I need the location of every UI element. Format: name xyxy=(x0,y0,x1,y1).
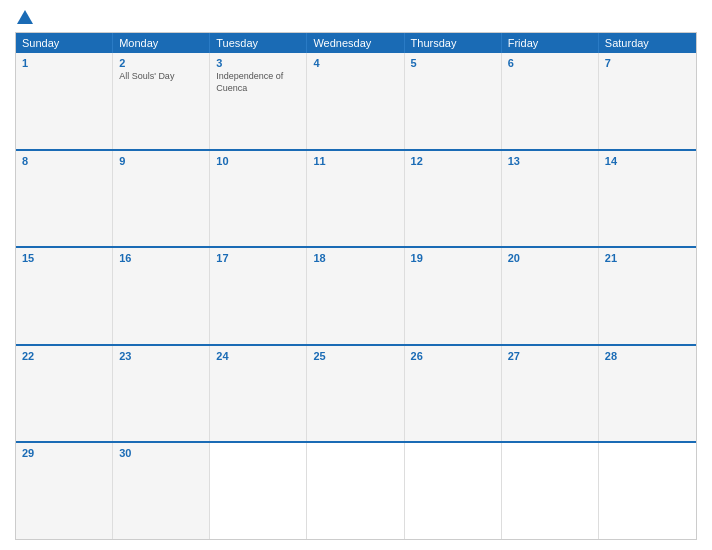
day-number: 16 xyxy=(119,252,203,264)
day-number: 2 xyxy=(119,57,203,69)
day-number: 29 xyxy=(22,447,106,459)
event-text: All Souls' Day xyxy=(119,71,203,83)
day-header-sunday: Sunday xyxy=(16,33,113,53)
day-cell xyxy=(307,443,404,539)
day-cell: 14 xyxy=(599,151,696,247)
day-header-thursday: Thursday xyxy=(405,33,502,53)
logo-triangle-icon xyxy=(17,10,33,24)
calendar-page: SundayMondayTuesdayWednesdayThursdayFrid… xyxy=(0,0,712,550)
day-cell: 22 xyxy=(16,346,113,442)
day-cell: 5 xyxy=(405,53,502,149)
day-cell: 21 xyxy=(599,248,696,344)
day-number: 24 xyxy=(216,350,300,362)
day-cell: 9 xyxy=(113,151,210,247)
day-number: 14 xyxy=(605,155,690,167)
day-number: 25 xyxy=(313,350,397,362)
day-cell: 12 xyxy=(405,151,502,247)
day-cell: 30 xyxy=(113,443,210,539)
day-number: 18 xyxy=(313,252,397,264)
day-cell: 16 xyxy=(113,248,210,344)
day-headers-row: SundayMondayTuesdayWednesdayThursdayFrid… xyxy=(16,33,696,53)
day-cell: 3Independence of Cuenca xyxy=(210,53,307,149)
week-row-5: 2930 xyxy=(16,441,696,539)
day-cell: 11 xyxy=(307,151,404,247)
day-number: 30 xyxy=(119,447,203,459)
day-number: 10 xyxy=(216,155,300,167)
day-number: 20 xyxy=(508,252,592,264)
weeks-container: 12All Souls' Day3Independence of Cuenca4… xyxy=(16,53,696,539)
day-cell: 23 xyxy=(113,346,210,442)
day-cell: 8 xyxy=(16,151,113,247)
day-number: 5 xyxy=(411,57,495,69)
day-number: 1 xyxy=(22,57,106,69)
day-cell: 7 xyxy=(599,53,696,149)
day-number: 27 xyxy=(508,350,592,362)
day-header-tuesday: Tuesday xyxy=(210,33,307,53)
week-row-3: 15161718192021 xyxy=(16,246,696,344)
day-number: 9 xyxy=(119,155,203,167)
calendar-grid: SundayMondayTuesdayWednesdayThursdayFrid… xyxy=(15,32,697,540)
day-cell: 4 xyxy=(307,53,404,149)
day-cell: 25 xyxy=(307,346,404,442)
day-number: 7 xyxy=(605,57,690,69)
day-cell: 1 xyxy=(16,53,113,149)
day-number: 6 xyxy=(508,57,592,69)
week-row-2: 891011121314 xyxy=(16,149,696,247)
day-number: 23 xyxy=(119,350,203,362)
day-header-saturday: Saturday xyxy=(599,33,696,53)
day-cell: 10 xyxy=(210,151,307,247)
day-cell: 2All Souls' Day xyxy=(113,53,210,149)
day-cell: 28 xyxy=(599,346,696,442)
day-number: 4 xyxy=(313,57,397,69)
day-cell xyxy=(599,443,696,539)
day-number: 8 xyxy=(22,155,106,167)
day-header-monday: Monday xyxy=(113,33,210,53)
day-cell: 29 xyxy=(16,443,113,539)
day-cell: 15 xyxy=(16,248,113,344)
day-cell: 6 xyxy=(502,53,599,149)
day-number: 22 xyxy=(22,350,106,362)
day-cell: 24 xyxy=(210,346,307,442)
day-cell: 26 xyxy=(405,346,502,442)
day-cell xyxy=(502,443,599,539)
day-header-wednesday: Wednesday xyxy=(307,33,404,53)
day-number: 12 xyxy=(411,155,495,167)
day-number: 26 xyxy=(411,350,495,362)
day-number: 19 xyxy=(411,252,495,264)
day-number: 3 xyxy=(216,57,300,69)
day-number: 13 xyxy=(508,155,592,167)
day-header-friday: Friday xyxy=(502,33,599,53)
day-cell xyxy=(210,443,307,539)
week-row-4: 22232425262728 xyxy=(16,344,696,442)
day-number: 28 xyxy=(605,350,690,362)
header xyxy=(15,10,697,24)
week-row-1: 12All Souls' Day3Independence of Cuenca4… xyxy=(16,53,696,149)
day-number: 21 xyxy=(605,252,690,264)
logo xyxy=(15,10,35,24)
day-number: 17 xyxy=(216,252,300,264)
day-cell: 17 xyxy=(210,248,307,344)
event-text: Independence of Cuenca xyxy=(216,71,300,94)
day-number: 15 xyxy=(22,252,106,264)
day-cell: 19 xyxy=(405,248,502,344)
day-cell: 18 xyxy=(307,248,404,344)
day-cell: 27 xyxy=(502,346,599,442)
day-cell: 13 xyxy=(502,151,599,247)
day-number: 11 xyxy=(313,155,397,167)
day-cell: 20 xyxy=(502,248,599,344)
day-cell xyxy=(405,443,502,539)
